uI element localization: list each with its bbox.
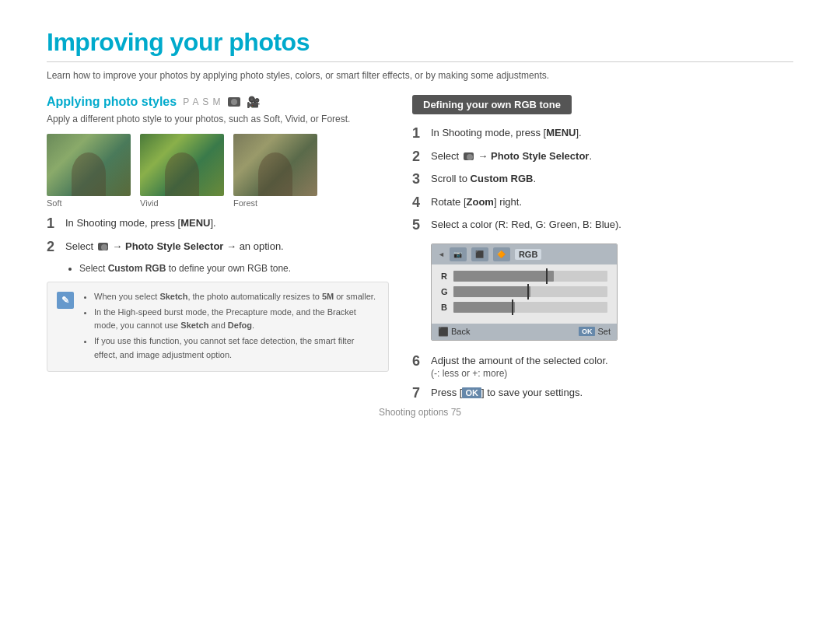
right-step-7: 7 Press [OK] to save your settings.	[412, 385, 793, 402]
section-title-applying: Applying photo styles P A S M 🎥	[47, 95, 389, 109]
note-text: When you select Sketch, the photo automa…	[82, 290, 379, 363]
rgb-r-fill	[453, 271, 554, 282]
rgb-screen: ◄ 📷 ⬛ 🔶 RGB R	[431, 243, 618, 341]
right-step-3: 3 Scroll to Custom RGB.	[412, 171, 793, 188]
right-step-num-1: 1	[412, 125, 426, 142]
rgb-r-row: R	[441, 271, 607, 282]
note-item-1: When you select Sketch, the photo automa…	[94, 290, 379, 304]
rgb-g-row: G	[441, 286, 607, 297]
right-step-text-5: Select a color (R: Red, G: Green, B: Blu…	[431, 217, 621, 233]
step-2-sub-item: Select Custom RGB to define your own RGB…	[79, 261, 389, 275]
photo-examples: Soft Vivid Forest	[47, 134, 389, 208]
tab3-icon: 🔶	[497, 250, 506, 258]
rgb-g-label: G	[441, 287, 449, 296]
rgb-b-label: B	[441, 303, 449, 312]
camera-icon	[228, 97, 240, 107]
rgb-r-label: R	[441, 271, 449, 281]
step-num-1: 1	[47, 215, 61, 233]
rgb-b-fill	[453, 302, 515, 313]
right-step-6: 6 Adjust the amount of the selected colo…	[412, 353, 793, 380]
video-icon: 🎥	[247, 96, 260, 108]
right-step-text-4: Rotate [Zoom] right.	[431, 194, 522, 210]
back-label: Back	[451, 327, 470, 336]
rgb-tab-1: 📷	[450, 247, 467, 261]
camera-icon-2	[98, 243, 108, 250]
right-step-text-1: In Shooting mode, press [MENU].	[431, 125, 582, 141]
rgb-set-btn: OK Set	[579, 327, 611, 336]
note-box: ✎ When you select Sketch, the photo auto…	[47, 282, 389, 372]
section-description: Apply a different photo style to your ph…	[47, 114, 389, 124]
right-step-text-7: Press [OK] to save your settings.	[431, 385, 583, 401]
rgb-b-row: B	[441, 302, 607, 313]
right-step-text-3: Scroll to Custom RGB.	[431, 171, 536, 187]
rgb-back-btn: ⬛ Back	[438, 327, 470, 337]
title-divider	[47, 61, 793, 62]
rgb-b-track	[453, 302, 607, 313]
page-container: Improving your photos Learn how to impro…	[0, 0, 840, 432]
photo-soft-label: Soft	[47, 198, 62, 208]
set-label: Set	[597, 327, 611, 336]
photo-soft: Soft	[47, 134, 131, 208]
left-arrow-icon: ◄	[438, 250, 445, 258]
rgb-screen-header: ◄ 📷 ⬛ 🔶 RGB	[432, 244, 617, 264]
photo-vivid-image	[140, 134, 224, 196]
step-2-sub: Select Custom RGB to define your own RGB…	[65, 261, 389, 275]
rgb-r-track	[453, 271, 607, 282]
two-column-layout: Applying photo styles P A S M 🎥 Apply a …	[47, 95, 793, 408]
right-step-num-3: 3	[412, 171, 426, 188]
note-item-3: If you use this function, you cannot set…	[94, 335, 379, 362]
left-step-2: 2 Select → Photo Style Selector → an opt…	[47, 239, 389, 256]
right-column: Defining your own RGB tone 1 In Shooting…	[412, 95, 793, 408]
note-item-2: In the High-speed burst mode, the Precap…	[94, 306, 379, 333]
mode-label: P A S M	[183, 96, 221, 107]
right-step-text-2: Select → Photo Style Selector.	[431, 149, 592, 164]
tab2-icon: ⬛	[475, 250, 484, 258]
note-icon: ✎	[57, 292, 74, 309]
rgb-active-label: RGB	[515, 249, 541, 260]
rgb-body: R G	[432, 264, 617, 324]
page-subtitle: Learn how to improve your photos by appl…	[47, 70, 793, 81]
rgb-tab-2: ⬛	[471, 247, 488, 261]
right-step-5: 5 Select a color (R: Red, G: Green, B: B…	[412, 217, 793, 234]
tab1-icon: 📷	[453, 250, 462, 258]
ok-inline: OK	[462, 387, 481, 398]
rgb-tab-3: 🔶	[493, 247, 510, 261]
photo-soft-image	[47, 134, 131, 196]
right-step-num-6: 6	[412, 353, 426, 370]
page-footer: Shooting options 75	[0, 407, 840, 418]
right-step-num-5: 5	[412, 217, 426, 234]
step-num-2: 2	[47, 239, 61, 256]
back-icon: ⬛	[438, 327, 449, 337]
photo-forest-image	[233, 134, 317, 196]
rgb-g-marker	[527, 284, 529, 299]
step-text-2: Select → Photo Style Selector → an optio…	[65, 239, 284, 254]
right-step-text-6: Adjust the amount of the selected color.…	[431, 353, 608, 380]
ok-box: OK	[579, 327, 596, 336]
applying-title-text: Applying photo styles	[47, 95, 177, 109]
right-step-num-2: 2	[412, 149, 426, 166]
rgb-r-marker	[546, 268, 548, 284]
left-step-1: 1 In Shooting mode, press [MENU].	[47, 215, 389, 233]
page-title: Improving your photos	[47, 28, 793, 57]
rgb-b-marker	[512, 299, 513, 315]
photo-vivid-label: Vivid	[140, 198, 159, 208]
right-step-2: 2 Select → Photo Style Selector.	[412, 149, 793, 166]
step-text-1: In Shooting mode, press [MENU].	[65, 215, 216, 231]
rgb-g-track	[453, 286, 607, 297]
rgb-screen-footer: ⬛ Back OK Set	[432, 324, 617, 340]
right-step-num-4: 4	[412, 194, 426, 212]
photo-forest-label: Forest	[233, 198, 257, 208]
step-6-sub: (-: less or +: more)	[431, 368, 608, 379]
photo-forest: Forest	[233, 134, 317, 208]
right-step-num-7: 7	[412, 385, 426, 402]
right-step-4: 4 Rotate [Zoom] right.	[412, 194, 793, 212]
defining-banner: Defining your own RGB tone	[412, 95, 572, 114]
photo-vivid: Vivid	[140, 134, 224, 208]
left-column: Applying photo styles P A S M 🎥 Apply a …	[47, 95, 389, 408]
camera-icon-3	[464, 152, 474, 160]
rgb-g-fill	[453, 286, 530, 297]
right-step-1: 1 In Shooting mode, press [MENU].	[412, 125, 793, 142]
